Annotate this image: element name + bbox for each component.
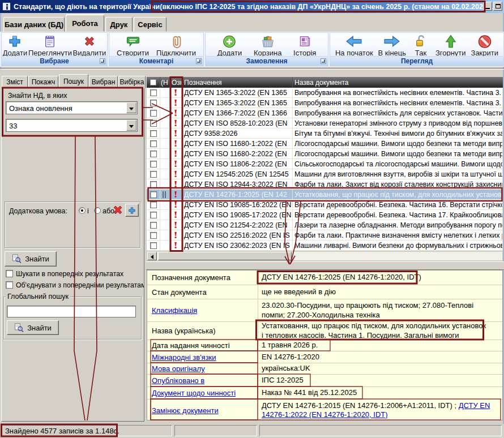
header-designation[interactable]: Позначення [182,77,293,88]
find-button[interactable]: Знайти [5,251,57,267]
favorites-delete-button[interactable]: Видалити [73,33,106,57]
row-checkbox[interactable] [150,181,157,188]
go-first-button[interactable]: На початок [335,33,373,57]
group-launcher-icon[interactable] [321,58,326,64]
global-search-input[interactable] [7,306,136,317]
row-checkbox[interactable] [150,171,157,178]
header-checkbox-cell[interactable] [147,77,160,88]
condition-remove-icon[interactable] [112,204,123,218]
group-launcher-icon[interactable] [100,58,105,64]
tab-databases[interactable]: Бази даних (БД) [3,17,65,32]
comment-create-button[interactable]: Створити [117,33,149,57]
scroll-left-button[interactable] [147,252,157,260]
panel-splitter[interactable] [146,261,504,270]
row-checkbox[interactable] [150,191,157,198]
table-row[interactable]: ! ДСТУ EN ISO 11680-1:2022 (ENЛісогоспод… [147,139,503,149]
table-row[interactable]: ! ДСТУ EN ISO 23062:2023 (EN ISМашини ли… [147,241,503,251]
value-combobox[interactable]: 33 [6,119,138,132]
table-row[interactable]: ! ДСТУ 9358:2026Бітум та бітумні в'яжучі… [147,128,503,139]
row-checkbox[interactable] [150,130,157,137]
attach-paperclip-icon [166,33,186,49]
radio-and[interactable] [79,207,86,214]
update-flag-icon: ! [173,211,178,220]
row-checkbox[interactable] [150,201,157,208]
merge-previous-checkbox[interactable] [6,281,13,289]
detail-value: Наказ № 441 від 25.12.2025 [258,387,502,399]
global-find-button[interactable]: Знайти [7,320,59,335]
table-row[interactable]: ! ДСТУ EN ISO 12944-3:2022 (ENФарби та л… [147,179,503,190]
order-add-button[interactable]: Додати [217,33,242,57]
order-basket-button[interactable]: Корзина [254,33,282,57]
table-row[interactable]: ! ДСТУ EN 1365-3:2022 (EN 1365Випробуван… [147,88,503,98]
detail-label: Назва (українська) [147,322,258,340]
tab-service[interactable]: Сервіс [134,17,166,32]
group-launcher-icon[interactable] [196,58,202,64]
table-row[interactable]: ! ДСТУ EN ISO 11680-2:2022 (ENЛісогоспод… [147,149,503,159]
row-checkbox[interactable] [150,120,157,127]
published-in-link[interactable]: Опубліковано в [152,376,204,385]
table-row[interactable]: ! ДСТУ EN ISO 22516:2022 (EN ISФарби та … [147,230,503,241]
table-horizontal-scrollbar[interactable] [147,251,503,261]
international-relations-link[interactable]: Міжнародні зв'язки [152,353,216,362]
chevron-down-icon[interactable] [126,120,136,131]
row-checkbox[interactable] [150,100,157,106]
sidebar-tab-selection[interactable]: Вибірка [118,76,146,88]
criterion-combobox[interactable]: Ознака оновлення [6,101,138,114]
header-ozn[interactable]: Озн [170,77,182,88]
detail-row: Класифікація 23.020.30-Посудини, що прац… [147,299,502,322]
scrollbar-thumb[interactable] [158,252,292,260]
close-button[interactable]: Закрити [471,33,498,57]
tab-work[interactable]: Робота [66,15,104,32]
table-row[interactable]: ! ДСТУ EN ISO 21254-2:2022 (ENЛазери та … [147,220,503,230]
toolbar-group-comments: Створити Підключити Коментарі [109,32,204,66]
tab-print[interactable]: Друк [105,17,133,32]
original-language-link[interactable]: Мова оригіналу [152,364,205,373]
favorites-view-button[interactable]: Переглянути [28,33,72,57]
sidebar-tab-search[interactable]: Пошук [59,74,88,88]
table-row[interactable]: ! ДСТУ EN ISO 11806-2:2022 (ENСільського… [147,159,503,169]
table-row[interactable]: ! ДСТУ EN 1366-7:2022 (EN 1366Випробуван… [147,108,503,118]
maximize-button[interactable] [493,2,502,11]
row-checkbox[interactable] [150,232,157,239]
go-last-button[interactable]: В кінець [378,33,407,57]
row-checkbox[interactable] [150,242,157,249]
minimize-button[interactable] [483,2,492,11]
table-row[interactable]: ! ДСТУ EN ISO 8528-10:2023 (ENУстановки … [147,118,503,128]
row-checkbox[interactable] [150,222,157,229]
sidebar-tab-index[interactable]: Покажч [28,76,58,88]
window-title-prefix: Стандарти, що діють на території України [14,3,160,11]
table-row[interactable]: ! ДСТУ EN 12545:2025 (EN 12545Машини для… [147,169,503,179]
sidebar-tab-selected[interactable]: Вибран [89,76,118,88]
order-history-button[interactable]: Історія [293,33,316,57]
ribbon-toolbar: Додати Переглянути Видалити Вибране [0,32,504,67]
row-checkbox[interactable] [150,89,157,96]
row-checkbox[interactable] [150,110,157,117]
collapse-button[interactable]: Згорнути [435,33,466,57]
header-name[interactable]: Назва документа [293,77,503,88]
header-nh[interactable]: (Н [160,77,170,88]
row-checkbox[interactable] [150,212,157,218]
update-flag-icon: ! [173,221,178,230]
replaces-documents-link[interactable]: Замінює документи [152,406,219,415]
validity-document-link[interactable]: Документ щодо чинності [152,389,236,397]
merge-previous-label: Об'єднувати з попередніми результатам [16,281,144,289]
comment-attach-button[interactable]: Підключити [156,33,196,57]
toolbar-divider [0,68,504,70]
radio-or[interactable] [94,207,101,214]
table-row[interactable]: ! ДСТУ EN 1365-3:2022 (EN 1365Випробуван… [147,98,503,108]
row-checkbox[interactable] [150,151,157,157]
row-checkbox[interactable] [150,161,157,168]
classification-link[interactable]: Класифікація [152,306,197,315]
history-icon [295,33,314,49]
arrow-right-icon [382,33,402,49]
chevron-down-icon[interactable] [126,102,136,113]
row-checkbox[interactable] [150,140,157,147]
search-previous-checkbox[interactable] [6,270,13,277]
table-row[interactable]: ! ДСТУ EN ISO 19085-16:2022 (ENВерстати … [147,200,503,210]
table-row-selected[interactable]: ! ДСТУ EN 14276-1:2025 (EN 142Устаткован… [147,190,503,200]
yes-lock-button[interactable]: Так [411,33,430,57]
condition-add-button[interactable] [125,204,139,217]
favorites-add-button[interactable]: Додати [3,33,28,57]
sidebar-tab-content[interactable]: Зміст [2,76,28,88]
table-row[interactable]: ! ДСТУ EN ISO 19085-17:2022 (ENВерстати … [147,210,503,220]
